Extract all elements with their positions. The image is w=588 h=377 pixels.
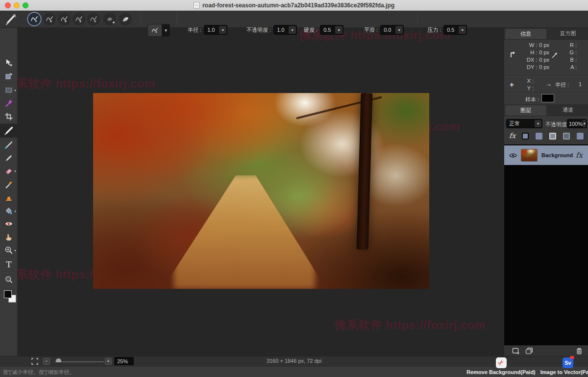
zoom-slider-track[interactable] xyxy=(55,361,104,362)
hardness-input[interactable]: 0.5 ▼ xyxy=(320,25,343,35)
watercolor-brush-tool[interactable] xyxy=(0,138,18,151)
transform-tool[interactable] xyxy=(0,69,18,82)
text-tool[interactable]: T xyxy=(0,258,18,271)
brush-preset-basic[interactable] xyxy=(28,13,41,25)
opacity-input[interactable]: 1.0 ▼ xyxy=(273,25,297,35)
brush-preset-3[interactable] xyxy=(58,13,71,25)
watermark: 佛系软件 https://foxirj.com xyxy=(4,76,155,92)
context-toolbar: ★ ▼ 半径 : 1.0 ▼ 不透明度 : 1.0 ▼ xyxy=(0,11,588,28)
chevron-down-icon[interactable]: ▼ xyxy=(162,24,170,36)
marquee-select-tool[interactable]: ▼ xyxy=(0,83,18,96)
info-y-label: Y : xyxy=(519,85,534,92)
info-h-label: H : xyxy=(530,49,537,56)
info-dx-label: DX : xyxy=(527,56,537,64)
layer-opacity-select[interactable]: 100% ▼ xyxy=(567,119,587,128)
chevron-down-icon[interactable]: ▼ xyxy=(395,26,403,34)
radius-field: 半径 : 1.0 ▼ xyxy=(188,25,227,35)
layer-name: Background xyxy=(541,152,576,158)
layer-effects-button[interactable] xyxy=(522,133,529,140)
watermark: 佛系软件 https://foxirj.com xyxy=(334,317,486,333)
move-tool[interactable] xyxy=(0,56,18,69)
clone-stamp-tool[interactable] xyxy=(0,191,18,204)
radius-input[interactable]: 1.0 ▼ xyxy=(204,25,227,35)
live-filter-button[interactable] xyxy=(563,133,570,140)
opacity-field: 不透明度 : 1.0 ▼ xyxy=(246,25,297,35)
info-dy-label: DY : xyxy=(527,64,537,71)
smoothing-label: 平滑 : xyxy=(364,26,378,34)
image-to-vector-button[interactable]: Sv Image to Vector(Paid) xyxy=(548,357,588,375)
brush-preset-eraser[interactable] xyxy=(119,13,132,25)
layer-mask-button[interactable] xyxy=(536,133,542,140)
layer-thumbnail[interactable] xyxy=(521,149,538,162)
brush-preset-4[interactable] xyxy=(73,13,85,25)
info-w-value: 0 px xyxy=(539,42,549,48)
chevron-down-icon[interactable]: ▼ xyxy=(335,26,343,34)
blend-row: 正常 ▼ 不透明度 100% ▼ xyxy=(504,118,588,130)
pressure-label: 压力 : xyxy=(427,26,441,34)
brush-preset-2[interactable] xyxy=(43,13,56,25)
pixel-pencil-tool[interactable] xyxy=(0,151,18,164)
chevron-down-icon[interactable]: ▼ xyxy=(583,120,586,127)
layer-fx-badge[interactable]: fx xyxy=(576,151,583,160)
chevron-down-icon[interactable]: ▼ xyxy=(459,26,466,34)
zoom-percentage[interactable]: 25% xyxy=(114,357,134,365)
visibility-eye-icon[interactable] xyxy=(509,153,517,158)
scissors-icon[interactable]: ✂ xyxy=(496,357,507,368)
brush-preset-5[interactable] xyxy=(87,13,100,25)
delete-layer-trash-icon[interactable] xyxy=(576,347,583,354)
zoom-in-button[interactable]: + xyxy=(105,358,112,365)
opacity-label: 不透明度 : xyxy=(246,26,271,34)
tools-sidebar: ▼ ▼ ▼ xyxy=(0,28,18,356)
sample-label: 样本 : xyxy=(525,96,539,103)
pressure-input[interactable]: 0.5 ▼ xyxy=(443,25,467,35)
right-panel: 信息 直方图 W :0 px H :0 px DX :0 px DY :0 px… xyxy=(504,28,588,356)
paint-brush-tool[interactable] xyxy=(0,124,18,138)
blur-zoom-tool[interactable]: ▼ xyxy=(0,243,18,257)
erase-tool[interactable]: ▼ xyxy=(0,164,18,177)
photo-autumn-forest-road[interactable] xyxy=(93,93,429,289)
fit-screen-icon[interactable] xyxy=(31,358,38,365)
star-icon: ★ xyxy=(112,21,115,24)
adjustment-button[interactable] xyxy=(549,133,556,140)
app-window: 佛系软件 https://foxirj.com 佛系软件 https://fox… xyxy=(0,0,588,377)
flood-select-tool[interactable] xyxy=(0,96,18,110)
chevron-down-icon[interactable]: ▼ xyxy=(219,26,226,34)
remove-background-button[interactable]: ✂ Remove Background(Paid) xyxy=(456,357,546,375)
tab-layers[interactable]: 图层 xyxy=(505,105,546,116)
info-dx-value: 0 px xyxy=(539,57,549,63)
hardness-field: 硬度 : 0.5 ▼ xyxy=(304,25,343,35)
foreground-color-swatch[interactable] xyxy=(4,290,12,298)
fx-label[interactable]: fx xyxy=(509,132,515,140)
document-icon xyxy=(194,2,199,9)
brush-flyout-button[interactable]: ▼ xyxy=(147,24,170,37)
color-picker-tool[interactable] xyxy=(0,178,18,191)
info-r-label: R : xyxy=(562,42,577,49)
duplicate-layer-icon[interactable] xyxy=(525,347,533,354)
red-eye-tool[interactable] xyxy=(0,217,18,230)
tab-info[interactable]: 信息 xyxy=(505,29,546,39)
layers-list: Background fx xyxy=(504,144,588,373)
tab-channels[interactable]: 通道 xyxy=(547,104,588,116)
sample-color-swatch[interactable] xyxy=(541,94,554,102)
chevron-down-icon[interactable]: ▼ xyxy=(535,120,541,127)
layer-row-background[interactable]: Background fx xyxy=(504,145,588,165)
new-layer-icon[interactable] xyxy=(512,347,520,354)
zoom-slider-thumb[interactable] xyxy=(56,358,61,362)
vector-mask-button[interactable] xyxy=(577,133,584,140)
smudge-tool[interactable] xyxy=(0,230,18,243)
window-title: road-forest-season-autumn-acb7a2b0419ad3… xyxy=(202,2,394,9)
sv-vector-icon[interactable]: Sv xyxy=(563,357,573,368)
smoothing-field: 平滑 : 0.0 ▼ xyxy=(364,25,404,35)
view-zoom-tool[interactable] xyxy=(0,273,18,286)
info-h-value: 0 px xyxy=(539,49,549,55)
smoothing-input[interactable]: 0.0 ▼ xyxy=(380,25,404,35)
brush-preset-star[interactable]: ★ xyxy=(103,13,116,25)
chevron-down-icon[interactable]: ▼ xyxy=(289,26,296,34)
flood-fill-tool[interactable]: ▼ xyxy=(0,204,18,217)
blend-mode-select[interactable]: 正常 ▼ xyxy=(506,119,542,128)
photo-tree-trunk xyxy=(356,93,372,250)
info-a-label: A : xyxy=(562,64,577,71)
crop-tool[interactable] xyxy=(0,110,18,123)
zoom-out-button[interactable]: − xyxy=(43,358,50,365)
tab-histogram[interactable]: 直方图 xyxy=(547,28,588,39)
